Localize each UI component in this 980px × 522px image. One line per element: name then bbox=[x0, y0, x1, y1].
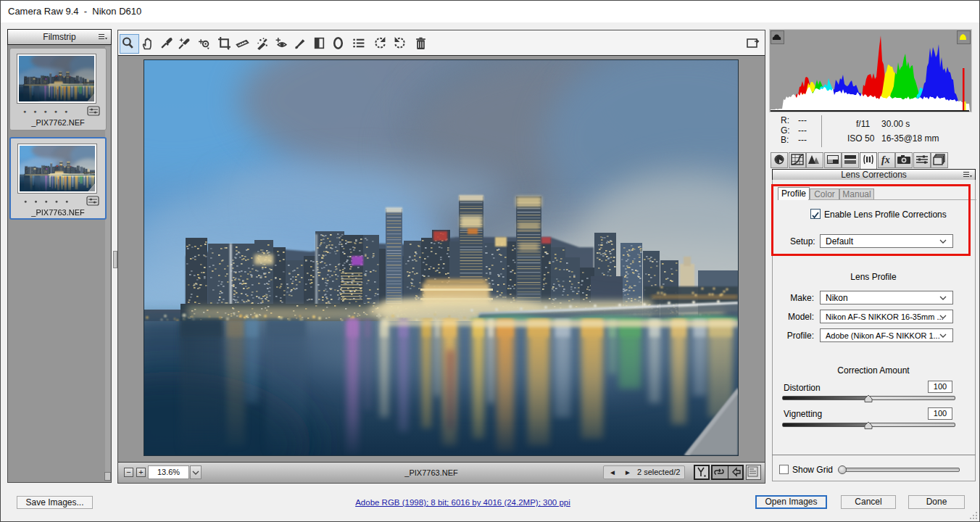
svg-text:fx: fx bbox=[881, 154, 890, 165]
